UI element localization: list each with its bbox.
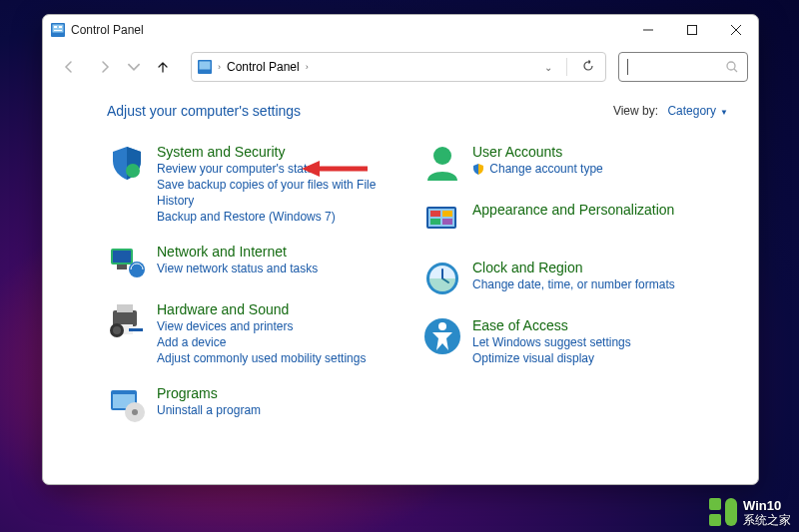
category-link[interactable]: Optimize visual display — [472, 350, 631, 366]
network-icon — [107, 243, 147, 282]
category-title[interactable]: Programs — [157, 384, 261, 402]
ease-of-access-icon — [422, 316, 462, 356]
svg-point-28 — [433, 147, 451, 165]
category-title[interactable]: Appearance and Personalization — [472, 201, 674, 219]
uac-shield-icon — [472, 163, 484, 175]
view-by-mode-button[interactable]: Category▼ — [667, 104, 728, 118]
category-link[interactable]: Review your computer's status — [157, 161, 412, 177]
svg-rect-34 — [442, 219, 452, 225]
view-by-control: View by: Category▼ — [613, 104, 728, 118]
control-panel-icon — [198, 60, 212, 74]
svg-rect-23 — [129, 328, 143, 331]
programs-icon — [107, 384, 147, 424]
maximize-button[interactable] — [670, 15, 714, 45]
svg-rect-16 — [117, 265, 127, 269]
svg-rect-4 — [54, 30, 62, 31]
control-panel-icon — [51, 23, 65, 37]
content-area: Adjust your computer's settings View by:… — [43, 89, 758, 484]
svg-point-38 — [438, 322, 446, 330]
titlebar: Control Panel — [43, 15, 758, 45]
category-network: Network and Internet View network status… — [107, 243, 412, 282]
shield-icon — [107, 143, 147, 183]
category-link[interactable]: Backup and Restore (Windows 7) — [157, 209, 412, 225]
chevron-icon[interactable]: › — [216, 62, 223, 72]
window-title: Control Panel — [71, 23, 626, 37]
svg-rect-2 — [54, 26, 57, 28]
watermark-line2: 系统之家 — [743, 513, 791, 527]
category-user-accounts: User Accounts Change account type — [422, 143, 728, 183]
svg-rect-19 — [117, 304, 133, 312]
svg-rect-1 — [53, 25, 64, 33]
svg-point-22 — [113, 326, 121, 334]
chevron-icon[interactable]: › — [304, 62, 311, 72]
category-link[interactable]: Let Windows suggest settings — [472, 334, 631, 350]
svg-point-11 — [727, 62, 735, 70]
navbar: › Control Panel › ⌄ — [43, 45, 758, 89]
recent-locations-button[interactable] — [125, 51, 143, 83]
category-title[interactable]: Hardware and Sound — [157, 300, 366, 318]
minimize-button[interactable] — [626, 15, 670, 45]
close-button[interactable] — [714, 15, 758, 45]
svg-rect-15 — [113, 251, 131, 263]
svg-point-27 — [132, 409, 138, 415]
up-button[interactable] — [147, 51, 179, 83]
text-caret — [627, 59, 628, 75]
crumb-control-panel[interactable]: Control Panel — [227, 60, 300, 74]
category-link[interactable]: Adjust commonly used mobility settings — [157, 350, 366, 366]
user-icon — [422, 143, 462, 183]
category-link[interactable]: Save backup copies of your files with Fi… — [157, 177, 412, 209]
svg-rect-32 — [442, 211, 452, 217]
category-link[interactable]: View network status and tasks — [157, 261, 318, 276]
category-system-security: System and Security Review your computer… — [107, 143, 412, 225]
page-heading: Adjust your computer's settings — [107, 103, 301, 119]
svg-rect-6 — [688, 26, 697, 35]
svg-point-13 — [126, 164, 140, 178]
svg-rect-31 — [430, 211, 440, 217]
chevron-down-icon: ▼ — [720, 108, 728, 117]
category-clock: Clock and Region Change date, time, or n… — [422, 259, 728, 298]
category-column-left: System and Security Review your computer… — [107, 143, 412, 442]
category-title[interactable]: User Accounts — [472, 143, 603, 161]
category-title[interactable]: Clock and Region — [472, 259, 675, 276]
category-title[interactable]: Ease of Access — [472, 316, 631, 334]
category-ease-of-access: Ease of Access Let Windows suggest setti… — [422, 316, 728, 366]
category-title[interactable]: Network and Internet — [157, 243, 318, 261]
category-link[interactable]: Add a device — [157, 334, 366, 350]
category-column-right: User Accounts Change account type Appear… — [422, 143, 728, 442]
window: Control Panel › Control — [42, 14, 759, 485]
appearance-icon — [422, 201, 462, 241]
watermark-logo — [709, 498, 739, 528]
forward-button[interactable] — [89, 51, 121, 83]
printer-icon — [107, 300, 147, 340]
category-hardware: Hardware and Sound View devices and prin… — [107, 300, 412, 366]
category-link[interactable]: Change date, time, or number formats — [472, 276, 675, 292]
search-input[interactable] — [618, 52, 748, 82]
category-link[interactable]: Uninstall a program — [157, 402, 261, 418]
view-by-label: View by: — [613, 104, 658, 118]
category-title[interactable]: System and Security — [157, 143, 412, 161]
back-button[interactable] — [53, 51, 85, 83]
svg-rect-33 — [430, 219, 440, 225]
watermark-line1: Win10 — [743, 499, 791, 513]
category-link[interactable]: View devices and printers — [157, 318, 366, 334]
clock-icon — [422, 259, 462, 298]
svg-rect-10 — [200, 62, 211, 70]
search-icon — [725, 60, 739, 74]
category-programs: Programs Uninstall a program — [107, 384, 412, 424]
category-appearance: Appearance and Personalization — [422, 201, 728, 241]
refresh-button[interactable] — [577, 59, 599, 76]
breadcrumb[interactable]: › Control Panel › ⌄ — [191, 52, 606, 82]
watermark: Win10 系统之家 — [709, 498, 791, 528]
svg-line-12 — [734, 69, 737, 72]
breadcrumb-dropdown-button[interactable]: ⌄ — [540, 62, 556, 73]
svg-rect-3 — [59, 26, 62, 28]
divider — [566, 58, 567, 76]
category-link[interactable]: Change account type — [472, 161, 603, 177]
